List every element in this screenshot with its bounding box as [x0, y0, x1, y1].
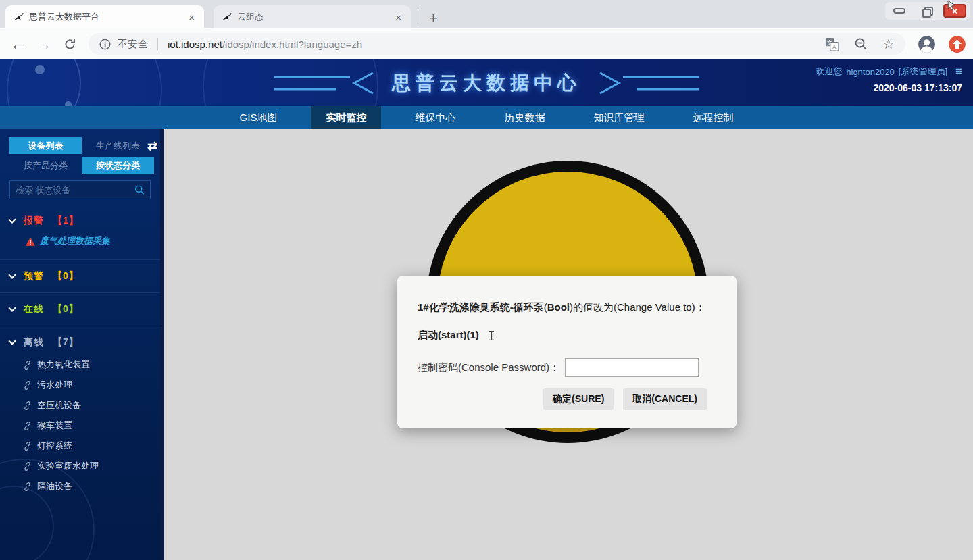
header-user-block: 欢迎您 hignton2020 [系统管理员] ≡ 2020-06-03 17:… [816, 65, 962, 93]
cancel-button[interactable]: 取消(CANCEL) [623, 388, 707, 410]
site-favicon-icon [14, 12, 24, 22]
browser-update-icon[interactable] [948, 35, 966, 53]
app-header: 思普云大数据中心 欢迎您 hignton2020 [系统管理员] ≡ 2020-… [0, 59, 973, 106]
alarm-device-link[interactable]: 废气处理数据采集 [40, 235, 110, 247]
group-count: 【7】 [53, 336, 79, 349]
tab-title: 云组态 [237, 11, 387, 23]
password-label: 控制密码(Console Password)： [418, 361, 559, 374]
restore-icon [922, 7, 930, 15]
zoom-out-icon[interactable] [854, 37, 868, 51]
monitor-canvas: 1#化学洗涤除臭系统-循环泵(Bool)的值改为(Change Value to… [164, 129, 973, 560]
group-label: 报警 [24, 215, 44, 227]
tab-close-icon[interactable]: × [186, 11, 197, 24]
nav-item-maintenance[interactable]: 维保中心 [400, 106, 470, 129]
username: hignton2020 [846, 67, 895, 77]
header-datetime: 2020-06-03 17:13:07 [816, 82, 962, 93]
security-label: 不安全 [118, 38, 148, 51]
bookmark-star-icon[interactable]: ☆ [882, 37, 895, 51]
window-minimize-button[interactable] [889, 4, 909, 18]
tree-item-offline-device[interactable]: 空压机设备 [0, 395, 160, 415]
tree-group-online[interactable]: 在线 【0】 [0, 297, 160, 322]
password-row: 控制密码(Console Password)： [418, 358, 716, 377]
search-icon[interactable] [134, 184, 145, 195]
main-nav: GIS地图 实时监控 维保中心 历史数据 知识库管理 远程控制 [0, 106, 973, 129]
search-input[interactable] [16, 185, 134, 195]
broken-link-icon [23, 442, 32, 451]
group-count: 【1】 [53, 215, 79, 227]
status-tree: 报警 【1】 废气处理数据采集 预警 【0】 [0, 209, 160, 501]
group-label: 预警 [24, 270, 44, 282]
nav-item-knowledge[interactable]: 知识库管理 [578, 106, 659, 129]
chevron-down-icon [8, 337, 16, 345]
tab-separator [418, 10, 418, 24]
sidebar-tabs: 设备列表 生产线列表 ⇄ 按产品分类 按状态分类 [9, 137, 155, 174]
device-sidebar: 设备列表 生产线列表 ⇄ 按产品分类 按状态分类 报警 【1 [0, 129, 160, 560]
warning-triangle-icon [26, 237, 35, 246]
title-left-decor-icon [274, 71, 376, 95]
tab-by-status[interactable]: 按状态分类 [82, 157, 154, 174]
welcome-label: 欢迎您 [816, 66, 842, 78]
window-restore-button[interactable] [916, 4, 937, 18]
nav-item-realtime[interactable]: 实时监控 [311, 106, 381, 129]
user-role: [系统管理员] [899, 66, 947, 78]
tree-group-warning[interactable]: 预警 【0】 [0, 264, 160, 288]
forward-button[interactable]: → [37, 37, 51, 51]
nav-item-history[interactable]: 历史数据 [489, 106, 559, 129]
info-icon[interactable] [99, 39, 111, 50]
group-label: 离线 [24, 336, 44, 349]
url-path: /idosp/index.html?language=zh [222, 39, 362, 50]
menu-list-icon[interactable]: ≡ [955, 65, 962, 78]
nav-item-gis[interactable]: GIS地图 [225, 106, 293, 129]
swap-icon[interactable]: ⇄ [147, 138, 157, 153]
browser-tab-strip: 思普云大数据平台 × 云组态 × + × [0, 0, 973, 28]
browser-toolbar: ← → 不安全 iot.idosp.net/idosp/index.html?l… [0, 28, 973, 59]
tree-item-alarm-device[interactable]: 废气处理数据采集 [0, 233, 160, 255]
broken-link-icon [23, 381, 32, 390]
title-right-decor-icon [597, 71, 699, 95]
tree-group-offline[interactable]: 离线 【7】 [0, 330, 160, 355]
device-label: 热力氧化装置 [37, 359, 90, 371]
omnibox-actions: 文A ☆ [825, 37, 895, 51]
text-cursor-icon [489, 330, 495, 341]
back-button[interactable]: ← [11, 37, 25, 51]
tab-by-product[interactable]: 按产品分类 [9, 157, 82, 174]
tree-item-offline-device[interactable]: 污水处理 [0, 375, 160, 395]
browser-tab-active[interactable]: 思普云大数据平台 × [5, 5, 204, 28]
device-label: 污水处理 [37, 379, 72, 391]
url-divider [157, 38, 158, 50]
new-tab-button[interactable]: + [424, 11, 443, 26]
site-favicon-icon [222, 12, 232, 22]
broken-link-icon [23, 422, 32, 430]
tab-device-list[interactable]: 设备列表 [9, 137, 82, 154]
console-password-input[interactable] [565, 358, 699, 377]
change-value-dialog: 1#化学洗涤除臭系统-循环泵(Bool)的值改为(Change Value to… [397, 276, 737, 428]
group-count: 【0】 [53, 270, 79, 282]
dialog-new-value: 启动(start)(1) [418, 329, 716, 342]
value-type: Bool [547, 301, 570, 313]
window-close-button[interactable]: × [943, 4, 966, 18]
tab-production-line-list[interactable]: 生产线列表 [82, 137, 154, 154]
tree-section-alarm: 报警 【1】 废气处理数据采集 [0, 209, 160, 260]
device-label: 灯控系统 [37, 440, 72, 452]
nav-item-remote[interactable]: 远程控制 [678, 106, 748, 129]
profile-avatar-icon[interactable] [918, 35, 936, 53]
broken-link-icon [23, 361, 32, 370]
group-label: 在线 [24, 303, 44, 315]
url-text: iot.idosp.net/idosp/index.html?language=… [168, 39, 362, 50]
chevron-down-icon [8, 215, 16, 223]
tree-group-alarm[interactable]: 报警 【1】 [0, 209, 160, 233]
mouse-cursor-icon [946, 0, 957, 11]
group-count: 【0】 [53, 303, 79, 315]
tab-close-icon[interactable]: × [393, 11, 404, 24]
address-bar[interactable]: 不安全 iot.idosp.net/idosp/index.html?langu… [89, 33, 905, 55]
tree-section-warning: 预警 【0】 [0, 264, 160, 293]
sure-button[interactable]: 确定(SURE) [543, 388, 614, 410]
browser-tab-inactive[interactable]: 云组态 × [214, 5, 411, 28]
chevron-down-icon [8, 271, 16, 278]
refresh-button[interactable] [64, 38, 76, 51]
tree-item-offline-device[interactable]: 热力氧化装置 [0, 355, 160, 375]
tree-item-offline-device[interactable]: 猴车装置 [0, 415, 160, 436]
translate-icon[interactable]: 文A [825, 37, 839, 51]
window-controls: × [885, 2, 970, 20]
tree-item-offline-device[interactable]: 灯控系统 [0, 436, 160, 456]
